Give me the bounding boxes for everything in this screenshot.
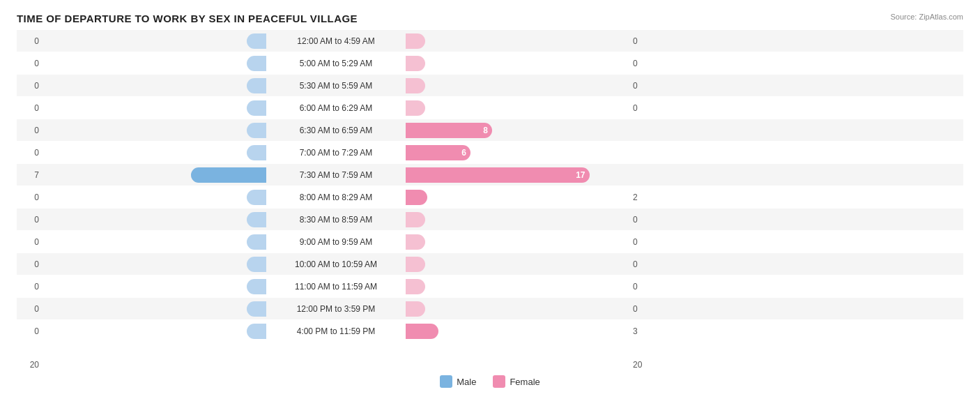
female-bar-container: 6 bbox=[406, 145, 629, 160]
time-label: 12:00 AM to 4:59 AM bbox=[266, 36, 406, 46]
legend-male-label: Male bbox=[457, 377, 476, 387]
female-value: 0 bbox=[629, 237, 655, 247]
table-row: 012:00 PM to 3:59 PM0 bbox=[17, 298, 963, 319]
female-bar-stub bbox=[406, 257, 425, 272]
time-label: 5:00 AM to 5:29 AM bbox=[266, 59, 406, 68]
male-bar-container bbox=[43, 279, 266, 294]
time-label: 8:30 AM to 8:59 AM bbox=[266, 215, 406, 225]
legend: Male Female bbox=[17, 375, 963, 388]
male-bar-stub bbox=[247, 145, 266, 160]
time-label: 8:00 AM to 8:29 AM bbox=[266, 193, 406, 202]
male-bar-container bbox=[43, 123, 266, 138]
male-bar-stub bbox=[247, 190, 266, 205]
table-row: 012:00 AM to 4:59 AM0 bbox=[17, 30, 963, 52]
male-bar-stub bbox=[247, 257, 266, 272]
female-bar-container bbox=[406, 33, 629, 49]
male-bar-container bbox=[43, 56, 266, 71]
table-row: 05:00 AM to 5:29 AM0 bbox=[17, 52, 963, 74]
female-bar-container bbox=[406, 212, 629, 227]
male-value: 0 bbox=[17, 326, 43, 336]
chart-title: TIME OF DEPARTURE TO WORK BY SEX IN PEAC… bbox=[17, 13, 963, 24]
time-label: 4:00 PM to 11:59 PM bbox=[266, 326, 406, 336]
table-row: 77:30 AM to 7:59 AM17 bbox=[17, 164, 963, 186]
time-label: 6:30 AM to 6:59 AM bbox=[266, 126, 406, 135]
female-bar: 17 bbox=[406, 167, 590, 183]
chart-area: 012:00 AM to 4:59 AM005:00 AM to 5:29 AM… bbox=[17, 30, 963, 356]
female-bar bbox=[406, 190, 427, 205]
female-bar-stub bbox=[406, 301, 425, 317]
male-bar-stub bbox=[247, 33, 266, 49]
female-bar-container bbox=[406, 279, 629, 294]
male-value: 0 bbox=[17, 148, 43, 158]
female-bar-stub bbox=[406, 78, 425, 93]
time-label: 11:00 AM to 11:59 AM bbox=[266, 282, 406, 292]
female-bar-container bbox=[406, 56, 629, 71]
male-bar-container bbox=[43, 33, 266, 49]
male-bar-stub bbox=[247, 324, 266, 339]
female-bar-container: 8 bbox=[406, 123, 629, 138]
female-bar-stub bbox=[406, 100, 425, 116]
table-row: 09:00 AM to 9:59 AM0 bbox=[17, 231, 963, 252]
female-value: 3 bbox=[629, 326, 655, 336]
time-label: 6:00 AM to 6:29 AM bbox=[266, 103, 406, 113]
legend-female-label: Female bbox=[510, 377, 539, 387]
table-row: 04:00 PM to 11:59 PM3 bbox=[17, 320, 963, 342]
source-text: Source: ZipAtlas.com bbox=[890, 13, 963, 21]
table-row: 010:00 AM to 10:59 AM0 bbox=[17, 253, 963, 275]
male-bar-container bbox=[43, 167, 266, 183]
male-bar-container bbox=[43, 301, 266, 317]
female-value: 0 bbox=[629, 304, 655, 314]
axis-right-label: 20 bbox=[629, 360, 655, 370]
table-row: 06:00 AM to 6:29 AM0 bbox=[17, 97, 963, 119]
male-value: 0 bbox=[17, 304, 43, 314]
female-bar-container bbox=[406, 100, 629, 116]
male-value: 0 bbox=[17, 36, 43, 46]
female-bar-stub bbox=[406, 56, 425, 71]
male-bar-stub bbox=[247, 301, 266, 317]
legend-male: Male bbox=[440, 375, 476, 388]
time-label: 10:00 AM to 10:59 AM bbox=[266, 259, 406, 269]
legend-female: Female bbox=[493, 375, 539, 388]
male-bar-stub bbox=[247, 100, 266, 116]
male-bar-container bbox=[43, 145, 266, 160]
male-bar-container bbox=[43, 212, 266, 227]
male-bar-container bbox=[43, 234, 266, 250]
time-label: 7:30 AM to 7:59 AM bbox=[266, 170, 406, 180]
male-bar-stub bbox=[247, 279, 266, 294]
female-bar-container bbox=[406, 190, 629, 205]
female-value: 0 bbox=[629, 81, 655, 91]
axis-left-label: 20 bbox=[17, 360, 43, 370]
female-bar-container bbox=[406, 234, 629, 250]
female-bar-container bbox=[406, 257, 629, 272]
male-bar-stub bbox=[247, 234, 266, 250]
female-value: 0 bbox=[629, 259, 655, 269]
male-value: 0 bbox=[17, 193, 43, 202]
male-bar-stub bbox=[247, 123, 266, 138]
legend-male-box bbox=[440, 375, 452, 388]
table-row: 05:30 AM to 5:59 AM0 bbox=[17, 75, 963, 96]
table-row: 08:30 AM to 8:59 AM0 bbox=[17, 209, 963, 230]
female-bar bbox=[406, 324, 438, 339]
male-value: 0 bbox=[17, 282, 43, 292]
axis-row: 20 20 bbox=[17, 360, 963, 370]
male-value: 0 bbox=[17, 126, 43, 135]
female-bar: 8 bbox=[406, 123, 492, 138]
time-label: 12:00 PM to 3:59 PM bbox=[266, 304, 406, 314]
female-value: 0 bbox=[629, 36, 655, 46]
male-bar-stub bbox=[247, 212, 266, 227]
female-value: 0 bbox=[629, 282, 655, 292]
table-row: 06:30 AM to 6:59 AM8 bbox=[17, 119, 963, 141]
male-value: 0 bbox=[17, 59, 43, 68]
female-bar-container bbox=[406, 324, 629, 339]
female-bar: 6 bbox=[406, 145, 470, 160]
male-value: 0 bbox=[17, 259, 43, 269]
female-bar-stub bbox=[406, 234, 425, 250]
female-bar-stub bbox=[406, 279, 425, 294]
female-value: 0 bbox=[629, 215, 655, 225]
male-bar bbox=[191, 167, 267, 183]
table-row: 08:00 AM to 8:29 AM2 bbox=[17, 186, 963, 208]
female-value: 0 bbox=[629, 59, 655, 68]
male-bar-container bbox=[43, 257, 266, 272]
male-value: 0 bbox=[17, 103, 43, 113]
female-value: 0 bbox=[629, 103, 655, 113]
